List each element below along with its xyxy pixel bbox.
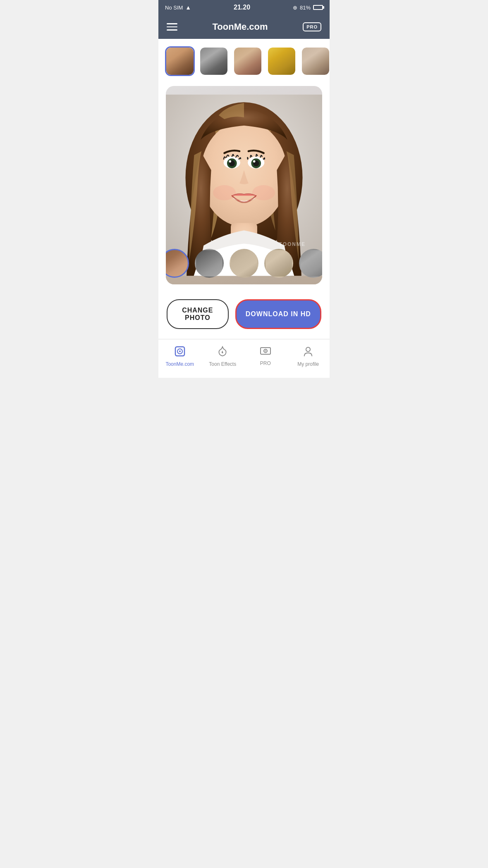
- thumbnail-3[interactable]: [233, 46, 263, 76]
- svg-point-5: [252, 185, 275, 200]
- status-left: No SIM ▲: [165, 4, 191, 11]
- svg-point-13: [253, 160, 255, 162]
- buttons-row: CHANGE PHOTO DOWNLOAD IN HD: [158, 291, 330, 339]
- thumbnail-5[interactable]: [301, 46, 330, 76]
- phone-frame: No SIM ▲ 21.20 ⊕ 81% ToonMe.com PRO: [158, 0, 330, 378]
- pro-badge[interactable]: PRO: [303, 22, 321, 31]
- avatar-2[interactable]: [195, 249, 224, 278]
- download-hd-button[interactable]: DOWNLOAD IN HD: [235, 299, 321, 329]
- battery-percent: 81%: [300, 5, 311, 11]
- nav-item-profile[interactable]: My profile: [287, 343, 330, 370]
- avatar-3[interactable]: [230, 249, 258, 278]
- svg-point-20: [265, 351, 266, 352]
- location-icon: ⊕: [293, 5, 297, 11]
- carrier-label: No SIM: [165, 5, 183, 11]
- avatar-1[interactable]: [166, 249, 189, 278]
- svg-point-17: [179, 351, 181, 352]
- app-header: ToonMe.com PRO: [158, 15, 330, 39]
- status-time: 21.20: [234, 4, 250, 11]
- nav-item-toon-effects[interactable]: Toon Effects: [201, 343, 244, 370]
- watermark: TOONME: [279, 241, 306, 247]
- toonme-icon: [175, 346, 185, 359]
- nav-item-pro[interactable]: PRO: [244, 343, 287, 370]
- hamburger-menu[interactable]: [167, 23, 177, 31]
- pro-icon: [260, 346, 271, 358]
- thumbnail-2[interactable]: [199, 46, 229, 76]
- thumbnail-1[interactable]: [165, 46, 195, 76]
- thumbnails-row: [158, 39, 330, 82]
- avatar-4[interactable]: [264, 249, 293, 278]
- nav-label-pro: PRO: [260, 360, 271, 366]
- thumbnail-4[interactable]: [267, 46, 297, 76]
- app-title: ToonMe.com: [213, 21, 268, 32]
- svg-point-9: [229, 160, 231, 162]
- wifi-icon: ▲: [185, 4, 191, 11]
- status-right: ⊕ 81%: [293, 5, 323, 11]
- status-bar: No SIM ▲ 21.20 ⊕ 81%: [158, 0, 330, 15]
- nav-item-toonme[interactable]: ToonMe.com: [158, 343, 201, 370]
- svg-point-21: [306, 347, 310, 351]
- nav-label-toonme: ToonMe.com: [165, 361, 194, 367]
- person-icon: [303, 346, 313, 359]
- main-image-container: TOONME: [166, 86, 322, 284]
- svg-point-4: [213, 185, 236, 200]
- bottom-nav: ToonMe.com Toon Effects PRO: [158, 339, 330, 378]
- change-photo-button[interactable]: CHANGE PHOTO: [167, 299, 229, 329]
- battery-icon: [313, 5, 323, 10]
- avatar-5[interactable]: [299, 249, 322, 278]
- nav-label-toon-effects: Toon Effects: [209, 361, 236, 367]
- nav-label-profile: My profile: [297, 361, 319, 367]
- fire-icon: [218, 346, 227, 359]
